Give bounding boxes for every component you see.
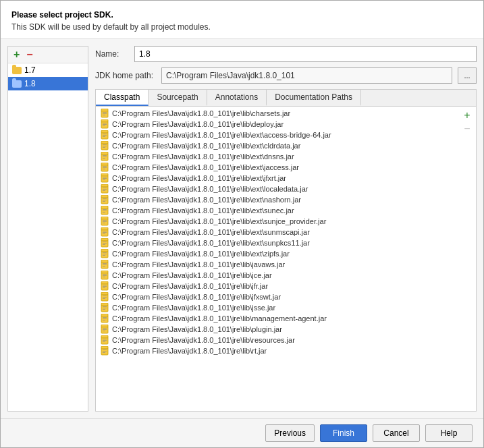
svg-rect-32: [103, 177, 107, 177]
help-button[interactable]: Help: [425, 424, 473, 442]
left-panel-toolbar: + −: [8, 47, 88, 63]
classpath-item-text: C:\Program Files\Java\jdk1.8.0_101\jre\l…: [112, 109, 290, 117]
svg-rect-70: [101, 260, 108, 269]
remove-sdk-button[interactable]: −: [25, 49, 34, 60]
browse-button[interactable]: ...: [458, 67, 477, 84]
svg-rect-87: [103, 296, 107, 296]
svg-rect-28: [103, 167, 107, 168]
classpath-item-text: C:\Program Files\Java\jdk1.8.0_101\jre\l…: [112, 206, 294, 215]
finish-button[interactable]: Finish: [320, 424, 367, 442]
svg-rect-72: [103, 263, 107, 264]
main-content: + − 1.7 1.8 Name:: [1, 39, 483, 418]
classpath-item-text: C:\Program Files\Java\jdk1.8.0_101\jre\l…: [112, 228, 310, 236]
svg-rect-33: [103, 178, 107, 179]
tab-annotations[interactable]: Annotations: [207, 90, 267, 106]
jar-icon: [100, 130, 109, 140]
jar-icon: [100, 281, 109, 291]
svg-rect-79: [103, 277, 105, 277]
svg-rect-77: [103, 274, 107, 275]
classpath-item: C:\Program Files\Java\jdk1.8.0_101\jre\l…: [96, 302, 476, 313]
tabs-container: Classpath Sourcepath Annotations Documen…: [95, 89, 477, 412]
svg-rect-80: [101, 281, 108, 290]
svg-rect-68: [103, 254, 107, 254]
svg-rect-63: [103, 243, 107, 244]
svg-rect-5: [101, 119, 108, 128]
svg-rect-6: [101, 121, 108, 123]
svg-rect-7: [103, 123, 107, 123]
tab-sourcepath[interactable]: Sourcepath: [149, 90, 207, 106]
add-sdk-button[interactable]: +: [12, 49, 21, 60]
classpath-item-text: C:\Program Files\Java\jdk1.8.0_101\jre\l…: [112, 347, 267, 355]
svg-rect-84: [103, 287, 105, 288]
svg-rect-34: [103, 179, 105, 180]
svg-rect-97: [103, 317, 107, 318]
previous-button[interactable]: Previous: [265, 424, 315, 442]
svg-rect-107: [103, 339, 107, 339]
classpath-item: C:\Program Files\Java\jdk1.8.0_101\jre\l…: [96, 313, 476, 324]
classpath-item: C:\Program Files\Java\jdk1.8.0_101\jre\l…: [96, 194, 476, 205]
jar-icon: [100, 173, 109, 183]
svg-rect-67: [103, 252, 107, 253]
jar-icon: [100, 206, 109, 215]
svg-rect-40: [101, 195, 108, 204]
svg-rect-22: [103, 155, 107, 156]
jar-icon: [100, 335, 109, 345]
classpath-item: C:\Program Files\Java\jdk1.8.0_101\jre\l…: [96, 270, 476, 281]
svg-rect-15: [101, 141, 108, 150]
svg-rect-71: [101, 262, 108, 263]
cancel-button[interactable]: Cancel: [373, 424, 420, 442]
classpath-item: C:\Program Files\Java\jdk1.8.0_101\jre\l…: [96, 324, 476, 335]
jar-icon: [100, 271, 109, 280]
svg-rect-103: [103, 329, 107, 330]
sdk-item-1-7[interactable]: 1.7: [8, 63, 88, 77]
svg-rect-23: [103, 157, 107, 157]
classpath-item: C:\Program Files\Java\jdk1.8.0_101\jre\l…: [96, 130, 476, 140]
classpath-item: C:\Program Files\Java\jdk1.8.0_101\jre\l…: [96, 335, 476, 345]
svg-rect-75: [101, 271, 108, 279]
svg-rect-17: [103, 144, 107, 145]
svg-rect-101: [101, 327, 108, 328]
svg-rect-61: [101, 240, 108, 242]
svg-rect-69: [103, 255, 105, 256]
classpath-item-text: C:\Program Files\Java\jdk1.8.0_101\jre\l…: [112, 174, 286, 182]
svg-rect-96: [101, 316, 108, 317]
path-input[interactable]: [161, 67, 452, 84]
jar-icon: [100, 141, 109, 150]
jar-icon: [100, 292, 109, 302]
folder-icon: [12, 67, 22, 74]
header-title: Please select project SDK.: [11, 10, 473, 20]
svg-rect-18: [103, 146, 107, 146]
svg-rect-30: [101, 173, 108, 182]
classpath-item-text: C:\Program Files\Java\jdk1.8.0_101\jre\l…: [112, 185, 308, 193]
jar-icon: [100, 217, 109, 226]
svg-rect-43: [103, 200, 107, 200]
classpath-item: C:\Program Files\Java\jdk1.8.0_101\jre\l…: [96, 162, 476, 173]
classpath-item-text: C:\Program Files\Java\jdk1.8.0_101\jre\l…: [112, 120, 284, 128]
svg-rect-51: [101, 219, 108, 220]
classpath-remove-button[interactable]: −: [461, 123, 473, 135]
svg-rect-66: [101, 251, 108, 252]
svg-rect-112: [103, 349, 107, 350]
svg-rect-3: [103, 113, 107, 114]
right-panel: Name: JDK home path: ... Classpath Sourc…: [95, 46, 477, 412]
svg-rect-110: [101, 346, 108, 355]
classpath-item-text: C:\Program Files\Java\jdk1.8.0_101\jre\l…: [112, 314, 327, 323]
svg-rect-37: [103, 188, 107, 188]
name-input[interactable]: [134, 46, 477, 62]
classpath-add-button[interactable]: +: [461, 109, 473, 121]
tab-classpath[interactable]: Classpath: [96, 90, 149, 106]
classpath-item-text: C:\Program Files\Java\jdk1.8.0_101\jre\l…: [112, 142, 300, 150]
tab-documentation[interactable]: Documentation Paths: [267, 90, 361, 106]
footer: Previous Finish Cancel Help: [1, 418, 483, 447]
svg-rect-78: [103, 275, 107, 276]
jar-icon: [100, 260, 109, 269]
sdk-item-1-8[interactable]: 1.8: [8, 77, 88, 90]
svg-rect-49: [103, 212, 105, 213]
classpath-item: C:\Program Files\Java\jdk1.8.0_101\jre\l…: [96, 173, 476, 184]
svg-rect-55: [101, 227, 108, 236]
classpath-item: C:\Program Files\Java\jdk1.8.0_101\jre\l…: [96, 216, 476, 227]
svg-rect-26: [101, 165, 108, 166]
jar-icon: [100, 184, 109, 194]
jar-icon: [100, 325, 109, 334]
classpath-item-text: C:\Program Files\Java\jdk1.8.0_101\jre\l…: [112, 152, 294, 161]
